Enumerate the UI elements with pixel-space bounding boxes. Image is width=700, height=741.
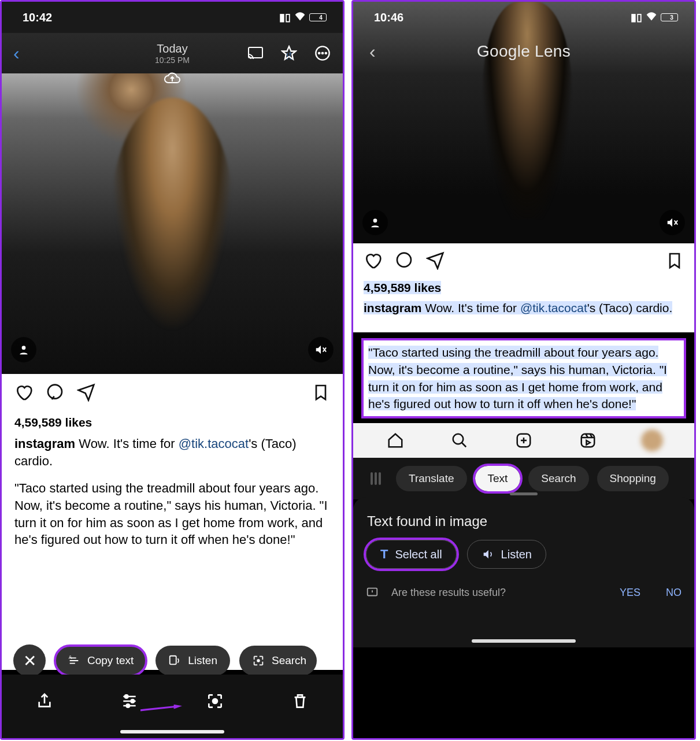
profile-avatar[interactable] [641,429,663,451]
back-icon[interactable]: ‹ [13,43,20,64]
svg-point-8 [48,385,62,399]
select-all-button[interactable]: T Select all [366,540,457,569]
svg-point-3 [321,52,324,54]
chip-translate[interactable]: Translate [396,466,467,491]
favorite-star-icon[interactable] [280,45,298,62]
feedback-yes-button[interactable]: YES [620,587,640,599]
caption-line-1: instagram Wow. It's time for @tik.tacoca… [364,300,684,316]
tagged-people-icon[interactable] [362,210,388,235]
svg-point-20 [453,434,464,444]
cat-on-treadmill-image [111,98,234,332]
instagram-action-row [14,383,330,406]
home-indicator[interactable] [120,730,224,733]
svg-point-12 [125,695,128,698]
caption-mention[interactable]: @tik.tacocat [179,436,249,451]
svg-point-15 [213,699,217,703]
svg-point-4 [325,52,327,54]
more-menu-icon[interactable] [314,45,331,62]
chip-text[interactable]: Text [475,466,521,491]
lens-title: Google Lens [477,42,571,61]
status-icons: ▮▯ 3 [631,11,678,24]
text-t-icon: T [380,547,388,562]
cat-on-treadmill-image [483,2,571,219]
left-phone-google-photos: 10:42 ▮▯ 4 ‹ Today 10:25 PM it [0,0,345,740]
delete-trash-icon[interactable] [288,690,312,713]
chip-search[interactable]: Search [528,466,588,491]
like-heart-icon[interactable] [14,383,33,406]
bookmark-icon[interactable] [665,251,684,274]
instagram-action-row [364,251,684,274]
cast-icon[interactable] [247,45,264,62]
home-indicator[interactable] [472,639,576,643]
photo-nav-bar: ‹ Today 10:25 PM it [2,33,343,73]
svg-rect-10 [170,656,176,665]
sheet-drag-handle[interactable] [510,492,538,495]
caption-mention[interactable]: @tik.tacocat [520,301,587,314]
tutorial-arrow-annotation [140,701,192,715]
status-bar: 10:46 ▮▯ 3 [353,2,694,33]
google-lens-icon[interactable] [203,690,227,713]
svg-text:A: A [69,655,72,660]
status-icons: ▮▯ 4 [279,11,327,24]
wifi-icon [646,12,657,24]
feedback-no-button[interactable]: NO [666,587,682,599]
drag-handle-icon[interactable] [371,472,388,485]
share-icon[interactable] [33,690,56,713]
svg-point-13 [131,699,134,702]
sheet-heading: Text found in image [367,513,682,529]
listen-button[interactable]: Listen [155,646,230,676]
cloud-upload-icon[interactable] [164,71,181,87]
comment-icon[interactable] [395,251,413,274]
home-icon[interactable] [384,429,406,451]
share-send-icon[interactable] [77,383,95,406]
caption-username[interactable]: instagram [14,436,75,451]
svg-point-16 [373,218,377,223]
nav-title: Today [155,42,190,55]
listen-button[interactable]: Listen [467,540,546,569]
mute-icon[interactable] [660,210,685,235]
share-send-icon[interactable] [426,251,445,274]
comment-icon[interactable] [46,383,64,406]
status-time: 10:42 [23,11,52,24]
signal-icon: ▮▯ [279,11,291,24]
caption-line-1: instagram Wow. It's time for @tik.tacoca… [14,435,330,469]
feedback-row: Are these results useful? YES NO [366,586,682,599]
feedback-icon [366,586,379,599]
new-post-icon[interactable] [513,429,535,451]
svg-rect-0 [249,47,262,58]
instagram-bottom-nav [353,423,694,458]
highlighted-detected-text[interactable]: "Taco started using the treadmill about … [361,338,686,418]
copy-text-button[interactable]: A Copy text [55,646,146,676]
caption-username[interactable]: instagram [364,301,421,314]
mute-icon[interactable] [308,337,334,362]
likes-count[interactable]: 4,59,589 likes [14,414,330,431]
tagged-people-icon[interactable] [11,337,36,362]
svg-point-19 [397,253,411,267]
close-lens-button[interactable]: ✕ [13,644,46,677]
likes-count[interactable]: 4,59,589 likes [364,280,684,296]
lens-bottom-sheet[interactable]: Text found in image T Select all Listen … [353,497,694,647]
svg-point-2 [318,52,320,54]
reels-icon[interactable] [577,429,599,451]
right-phone-google-lens: 10:46 ▮▯ 3 ‹ Google Lens [351,0,696,740]
lens-image-preview[interactable]: ‹ Google Lens [353,2,694,243]
svg-point-11 [257,659,260,662]
status-bar: 10:42 ▮▯ 4 [2,2,343,33]
edit-sliders-icon[interactable] [118,690,141,713]
bookmark-icon[interactable] [312,383,330,406]
chip-shopping[interactable]: Shopping [597,466,669,491]
lens-header: ‹ Google Lens [353,42,694,61]
lens-floating-actions: ✕ A Copy text Listen Search [2,644,343,677]
battery-icon: 4 [309,13,327,21]
like-heart-icon[interactable] [364,251,382,274]
search-button[interactable]: Search [239,646,317,676]
detected-instagram-block: 4,59,589 likes instagram Wow. It's time … [353,243,694,332]
wifi-icon [294,12,306,24]
instagram-caption-area: 4,59,589 likes instagram Wow. It's time … [2,374,343,670]
svg-point-5 [22,346,26,350]
back-icon[interactable]: ‹ [369,41,376,62]
nav-subtitle: 10:25 PM [155,55,190,65]
search-icon[interactable] [449,429,471,451]
status-time: 10:46 [374,11,403,24]
photo-viewer[interactable] [2,73,343,374]
